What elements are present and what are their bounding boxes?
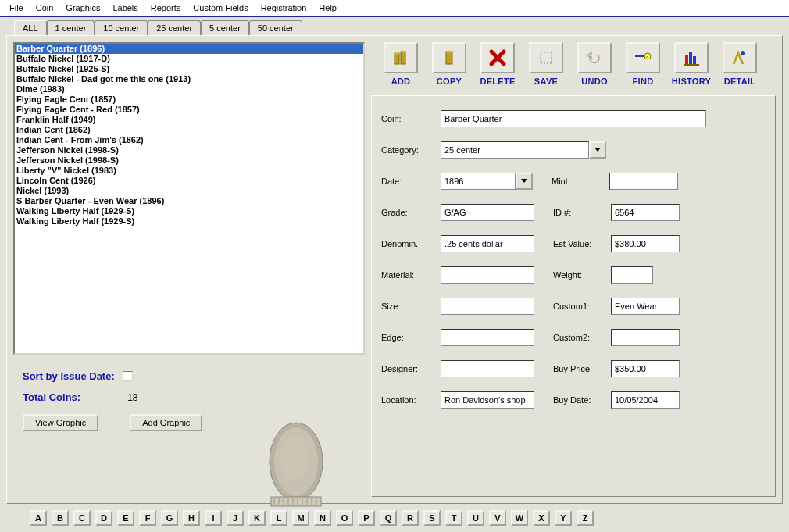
alpha-button-u[interactable]: U — [467, 510, 484, 526]
alpha-button-t[interactable]: T — [445, 510, 462, 526]
estvalue-input[interactable] — [611, 235, 680, 252]
grade-label: Grade: — [381, 208, 441, 217]
right-column: ADD COPY DELETE SAVE UNDO — [371, 42, 776, 497]
alpha-button-x[interactable]: X — [533, 510, 550, 526]
buydate-input[interactable] — [611, 391, 680, 409]
size-input[interactable] — [441, 298, 534, 315]
menu-graphics[interactable]: Graphics — [59, 2, 106, 14]
custom2-input[interactable] — [611, 329, 680, 346]
alpha-button-d[interactable]: D — [95, 510, 112, 526]
alpha-button-y[interactable]: Y — [555, 510, 572, 526]
edge-input[interactable] — [441, 329, 534, 346]
category-input[interactable] — [441, 141, 589, 159]
list-item[interactable]: Walking Liberty Half (1929-S) — [15, 216, 363, 227]
detail-button[interactable]: DETAIL — [718, 42, 762, 86]
list-item[interactable]: Nickel (1993) — [15, 186, 363, 196]
find-button[interactable]: FIND — [621, 42, 665, 86]
svg-rect-15 — [401, 52, 405, 64]
designer-input[interactable] — [441, 360, 534, 377]
sort-checkbox[interactable] — [123, 371, 133, 381]
copy-button[interactable]: COPY — [427, 42, 471, 86]
sort-label: Sort by Issue Date: — [23, 370, 115, 382]
total-label: Total Coins: — [23, 391, 80, 403]
add-icon — [390, 47, 412, 69]
list-item[interactable]: Franklin Half (1949) — [15, 115, 363, 125]
alpha-button-f[interactable]: F — [139, 510, 156, 526]
date-input[interactable] — [441, 173, 516, 190]
list-item[interactable]: Buffalo Nickel (1917-D) — [15, 54, 363, 64]
menu-coin[interactable]: Coin — [30, 2, 60, 14]
delete-icon — [487, 47, 509, 69]
coin-listbox[interactable]: Barber Quarter (1896)Buffalo Nickel (191… — [13, 42, 365, 355]
mint-input[interactable] — [609, 173, 678, 190]
category-label: Category: — [381, 145, 441, 155]
coin-input[interactable] — [441, 110, 706, 127]
date-dropdown-button[interactable] — [516, 173, 533, 190]
alpha-button-h[interactable]: H — [183, 510, 200, 526]
alpha-button-k[interactable]: K — [248, 510, 266, 526]
total-value: 18 — [127, 392, 137, 403]
list-item[interactable]: Buffalo Nickel (1925-S) — [15, 64, 363, 74]
material-input[interactable] — [441, 266, 534, 284]
location-input[interactable] — [441, 391, 534, 409]
list-item[interactable]: Barber Quarter (1896) — [15, 44, 363, 54]
view-graphic-button[interactable]: View Graphic — [23, 414, 98, 431]
menu-reports[interactable]: Reports — [145, 2, 187, 14]
menu-labels[interactable]: Labels — [106, 2, 144, 14]
alpha-button-r[interactable]: R — [402, 510, 419, 526]
alpha-button-b[interactable]: B — [52, 510, 69, 526]
weight-input[interactable] — [611, 266, 653, 284]
menu-registration[interactable]: Registration — [255, 2, 313, 14]
add-graphic-button[interactable]: Add Graphic — [130, 414, 202, 431]
tab-50-center[interactable]: 50 center — [249, 20, 302, 35]
tab-5-center[interactable]: 5 center — [201, 20, 249, 35]
alpha-button-z[interactable]: Z — [577, 510, 594, 526]
custom2-label: Custom2: — [553, 333, 611, 342]
alpha-button-w[interactable]: W — [511, 510, 528, 526]
list-item[interactable]: Jefferson Nickel (1998-S) — [15, 155, 363, 166]
total-row: Total Coins: 18 — [23, 391, 365, 403]
alpha-button-c[interactable]: C — [73, 510, 91, 526]
undo-button[interactable]: UNDO — [573, 42, 616, 86]
category-dropdown-button[interactable] — [589, 141, 606, 159]
alpha-button-i[interactable]: I — [205, 510, 222, 526]
alpha-button-g[interactable]: G — [161, 510, 178, 526]
alpha-button-e[interactable]: E — [117, 510, 134, 526]
list-item[interactable]: Flying Eagle Cent (1857) — [15, 95, 363, 105]
menu-file[interactable]: File — [3, 2, 30, 14]
menu-custom-fields[interactable]: Custom Fields — [187, 2, 254, 14]
custom1-input[interactable] — [611, 298, 680, 315]
alpha-button-q[interactable]: Q — [380, 510, 397, 526]
alpha-button-j[interactable]: J — [227, 510, 244, 526]
list-item[interactable]: Walking Liberty Half (1929-S) — [15, 206, 363, 216]
save-button[interactable]: SAVE — [524, 42, 568, 86]
alpha-button-a[interactable]: A — [30, 510, 47, 526]
list-item[interactable]: S Barber Quarter - Even Wear (1896) — [15, 196, 363, 206]
list-item[interactable]: Jefferson Nickel (1998-S) — [15, 145, 363, 155]
denom-input[interactable] — [441, 235, 534, 252]
delete-button[interactable]: DELETE — [476, 42, 519, 86]
list-item[interactable]: Indian Cent (1862) — [15, 125, 363, 135]
tab-10-center[interactable]: 10 center — [95, 20, 148, 35]
list-item[interactable]: Indian Cent - From Jim's (1862) — [15, 135, 363, 145]
coin-label: Coin: — [381, 114, 441, 123]
list-item[interactable]: Dime (1983) — [15, 84, 363, 95]
list-item[interactable]: Lincoln Cent (1926) — [15, 176, 363, 186]
alpha-button-s[interactable]: S — [423, 510, 441, 526]
list-item[interactable]: Flying Eagle Cent - Red (1857) — [15, 105, 363, 115]
id-input[interactable] — [611, 204, 680, 221]
menu-help[interactable]: Help — [312, 2, 343, 14]
svg-rect-24 — [685, 55, 688, 64]
list-item[interactable]: Liberty "V" Nickel (1983) — [15, 166, 363, 176]
alpha-button-o[interactable]: O — [336, 510, 353, 526]
alpha-button-p[interactable]: P — [358, 510, 375, 526]
history-button[interactable]: HISTORY — [669, 42, 713, 86]
list-item[interactable]: Buffalo Nickel - Dad got me this one (19… — [15, 74, 363, 84]
grade-input[interactable] — [441, 204, 534, 221]
buyprice-input[interactable] — [611, 360, 680, 377]
alpha-button-v[interactable]: V — [489, 510, 506, 526]
tab-all[interactable]: ALL — [14, 20, 47, 35]
tab-25-center[interactable]: 25 center — [148, 20, 201, 35]
add-button[interactable]: ADD — [379, 42, 423, 86]
tab-1-center[interactable]: 1 center — [47, 20, 95, 35]
